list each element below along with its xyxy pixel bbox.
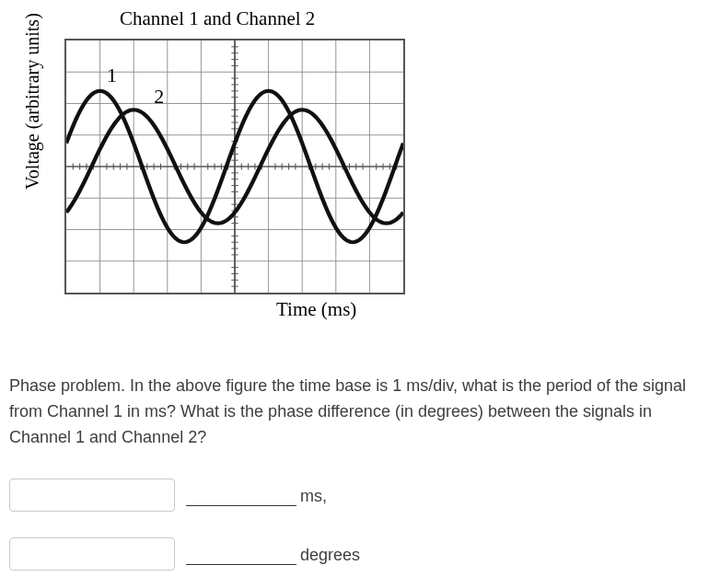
period-unit: ms, xyxy=(300,487,327,506)
period-input[interactable] xyxy=(9,478,175,512)
scope-svg: 1 2 xyxy=(66,40,403,293)
phase-input[interactable] xyxy=(9,537,175,571)
phase-unit: degrees xyxy=(300,546,360,565)
oscilloscope-figure: Channel 1 and Channel 2 Voltage (arbitra… xyxy=(9,6,711,337)
oscilloscope-screen: 1 2 xyxy=(64,39,405,294)
y-axis-label: Voltage (arbitrary units) xyxy=(22,13,43,190)
channel-2-label: 2 xyxy=(154,86,164,108)
blank-line xyxy=(186,564,296,565)
chart-title: Channel 1 and Channel 2 xyxy=(120,7,315,30)
page-root: Channel 1 and Channel 2 Voltage (arbitra… xyxy=(0,0,720,588)
period-answer-row: ms, xyxy=(9,478,711,512)
blank-line xyxy=(186,505,296,506)
phase-answer-row: degrees xyxy=(9,537,711,571)
x-axis-label: Time (ms) xyxy=(276,298,356,321)
channel-1-label: 1 xyxy=(107,64,117,86)
question-text: Phase problem. In the above figure the t… xyxy=(9,374,711,451)
